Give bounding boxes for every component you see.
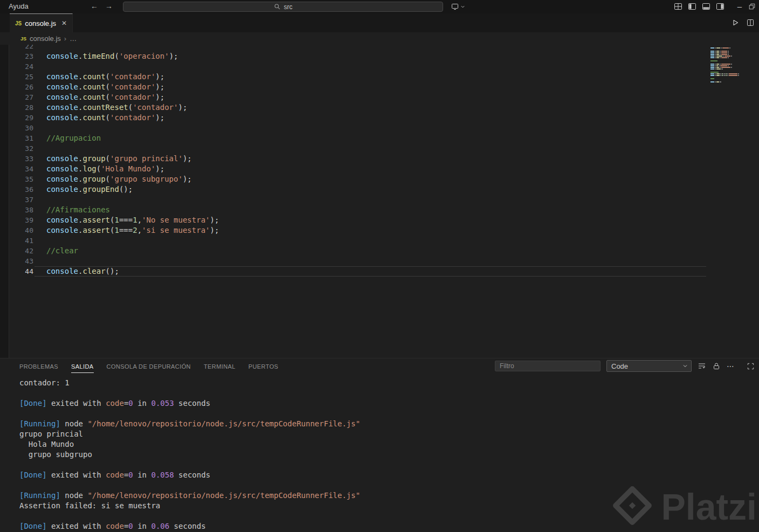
line-number: 37 <box>10 195 33 205</box>
vscode-window: Ayuda ← → src <box>0 0 759 532</box>
line-number: 35 <box>10 174 33 184</box>
output-line: grupo subgrupo <box>19 450 759 460</box>
bottom-panel: PROBLEMASSALIDACONSOLA DE DEPURACIÓNTERM… <box>0 358 759 532</box>
code-lines[interactable]: 22 23console.timeEnd('operacion');24 25c… <box>10 45 759 277</box>
code-line-39[interactable]: 39console.assert(1===1,'No se muestra'); <box>10 215 759 225</box>
code-line-28[interactable]: 28console.countReset('contador'); <box>10 102 759 113</box>
code-line-42[interactable]: 42//clear <box>10 246 759 256</box>
output-line <box>19 460 759 470</box>
panel-tab-terminal[interactable]: TERMINAL <box>204 360 236 372</box>
run-code-icon[interactable] <box>731 18 740 27</box>
line-number: 36 <box>10 184 33 195</box>
word-wrap-icon[interactable] <box>698 362 706 370</box>
code-line-33[interactable]: 33console.group('grupo princial'); <box>10 154 759 164</box>
output-line: [Done] exited with code=0 in 0.058 secon… <box>19 470 759 480</box>
output-line <box>19 388 759 398</box>
minimize-icon[interactable]: – <box>737 1 742 12</box>
line-number: 33 <box>10 154 33 164</box>
search-icon <box>274 3 281 10</box>
editor-left-gutter-strip <box>0 45 9 358</box>
output-line: Assertion failed: si se muestra <box>19 501 759 511</box>
code-line-43[interactable]: 43 <box>10 256 759 266</box>
line-number: 38 <box>10 205 33 215</box>
code-line-30[interactable]: 30 <box>10 123 759 133</box>
output-line: [Done] exited with code=0 in 0.06 second… <box>19 521 759 531</box>
line-number: 22 <box>10 45 33 51</box>
search-value: src <box>284 3 293 11</box>
screen-icon <box>451 2 459 11</box>
line-number: 32 <box>10 143 33 154</box>
code-line-34[interactable]: 34console.log('Hola Mundo'); <box>10 164 759 174</box>
code-line-23[interactable]: 23console.timeEnd('operacion'); <box>10 51 759 61</box>
line-number: 41 <box>10 236 33 246</box>
breadcrumb-symbol[interactable]: … <box>70 34 77 43</box>
chevron-down-icon <box>460 4 465 9</box>
output-channel-value: Code <box>611 362 628 370</box>
panel-tab-puertos[interactable]: PUERTOS <box>249 360 279 372</box>
code-line-22[interactable]: 22 <box>10 45 759 51</box>
line-number: 42 <box>10 246 33 256</box>
back-icon[interactable]: ← <box>91 2 98 10</box>
customize-layout-icon[interactable] <box>674 2 682 11</box>
screencast-control[interactable] <box>451 2 465 11</box>
code-line-38[interactable]: 38//Afirmaciones <box>10 205 759 215</box>
tab-console-js[interactable]: JS console.js ✕ <box>10 13 73 32</box>
minimap[interactable] <box>710 46 753 83</box>
code-line-24[interactable]: 24 <box>10 61 759 72</box>
line-number: 26 <box>10 82 33 92</box>
code-line-32[interactable]: 32 <box>10 143 759 154</box>
chevron-right-icon: › <box>64 34 66 43</box>
output-line: [Running] node "/home/lenovo/repositorio… <box>19 419 759 429</box>
line-number: 30 <box>10 123 33 133</box>
line-number: 39 <box>10 215 33 225</box>
editor[interactable]: 22 23console.timeEnd('operacion');24 25c… <box>0 45 759 358</box>
line-number: 23 <box>10 51 33 61</box>
command-center-search[interactable]: src <box>123 2 443 12</box>
close-tab-icon[interactable]: ✕ <box>61 19 67 27</box>
code-line-25[interactable]: 25console.count('contador'); <box>10 72 759 82</box>
toggle-secondary-sidebar-icon[interactable] <box>716 2 724 11</box>
toggle-primary-sidebar-icon[interactable] <box>688 2 696 11</box>
output-channel-select[interactable]: Code <box>606 360 692 372</box>
line-number: 24 <box>10 61 33 72</box>
output-line <box>19 480 759 490</box>
panel-tab-problemas[interactable]: PROBLEMAS <box>19 360 58 372</box>
output-lines[interactable]: contador: 1 [Done] exited with code=0 in… <box>0 374 759 532</box>
line-number: 25 <box>10 72 33 82</box>
breadcrumb-file[interactable]: console.js <box>30 34 61 43</box>
tab-bar: JS console.js ✕ <box>0 13 759 32</box>
lock-scroll-icon[interactable] <box>712 362 721 370</box>
line-number: 31 <box>10 133 33 143</box>
more-actions-icon[interactable]: ⋯ <box>727 362 734 370</box>
filter-input[interactable] <box>495 361 601 371</box>
code-line-36[interactable]: 36console.groupEnd(); <box>10 184 759 195</box>
code-line-27[interactable]: 27console.count('contador'); <box>10 92 759 102</box>
line-number: 44 <box>10 266 33 277</box>
toggle-panel-icon[interactable] <box>702 2 710 11</box>
code-line-29[interactable]: 29console.count('contador'); <box>10 113 759 123</box>
code-line-44[interactable]: 44console.clear(); <box>10 266 759 277</box>
maximize-panel-icon[interactable] <box>747 362 755 370</box>
output-line <box>19 511 759 521</box>
forward-icon[interactable]: → <box>105 2 113 10</box>
menu-ayuda[interactable]: Ayuda <box>5 2 32 10</box>
line-number: 28 <box>10 102 33 113</box>
line-number: 27 <box>10 92 33 102</box>
code-line-41[interactable]: 41 <box>10 236 759 246</box>
split-editor-icon[interactable] <box>746 18 755 27</box>
output-line: [Running] node "/home/lenovo/repositorio… <box>19 490 759 501</box>
breadcrumb[interactable]: JS console.js › … <box>0 32 759 45</box>
code-line-26[interactable]: 26console.count('contador'); <box>10 82 759 92</box>
panel-tabs: PROBLEMASSALIDACONSOLA DE DEPURACIÓNTERM… <box>19 358 278 374</box>
restore-window-icon[interactable] <box>748 3 756 10</box>
panel-tab-salida[interactable]: SALIDA <box>71 360 94 373</box>
output-line: [Done] exited with code=0 in 0.053 secon… <box>19 398 759 409</box>
line-number: 29 <box>10 113 33 123</box>
panel-tab-consola-de-depuración[interactable]: CONSOLA DE DEPURACIÓN <box>107 360 191 372</box>
line-number: 43 <box>10 256 33 266</box>
code-line-40[interactable]: 40console.assert(1===2,'si se muestra'); <box>10 225 759 236</box>
line-number: 40 <box>10 225 33 236</box>
code-line-37[interactable]: 37 <box>10 195 759 205</box>
code-line-31[interactable]: 31//Agrupacion <box>10 133 759 143</box>
code-line-35[interactable]: 35console.group('grupo subgrupo'); <box>10 174 759 184</box>
